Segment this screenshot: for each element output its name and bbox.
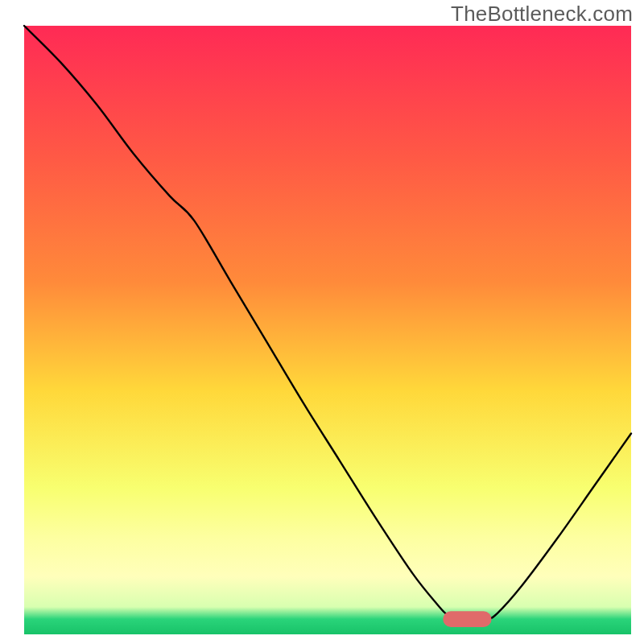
watermark-text: TheBottleneck.com <box>451 2 633 27</box>
chart-container: TheBottleneck.com <box>0 0 644 644</box>
bottleneck-chart <box>0 0 644 644</box>
svg-rect-1 <box>443 611 491 627</box>
svg-rect-0 <box>24 26 631 634</box>
